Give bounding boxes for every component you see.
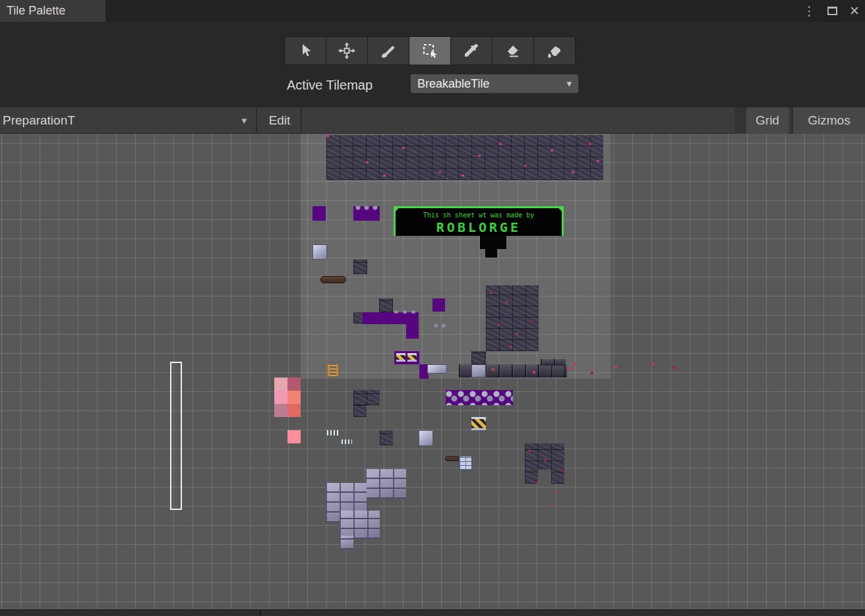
eraser-icon [504, 42, 522, 59]
pink-tile-cell[interactable] [287, 391, 301, 404]
tile-black[interactable] [485, 248, 497, 258]
banner-line2: ROBLORGE [396, 219, 562, 235]
tile-plate[interactable] [471, 364, 486, 378]
menu-kebab-icon[interactable]: ⋮ [803, 5, 816, 17]
select-cursor-icon [297, 42, 314, 59]
tile-stonebrick[interactable] [340, 511, 380, 539]
close-icon[interactable]: ✕ [849, 5, 860, 17]
gizmos-button[interactable]: Gizmos [791, 107, 865, 134]
tile-black[interactable] [480, 235, 506, 249]
pink-tile-cell[interactable] [287, 378, 301, 391]
tile-stonebrick[interactable] [340, 536, 354, 549]
active-tilemap-row: Active Tilemap BreakableTile ▾ [0, 72, 865, 99]
maximize-icon[interactable] [827, 7, 837, 15]
title-bar: Tile Palette ⋮ ✕ [0, 0, 865, 22]
tile-tiledark[interactable] [471, 351, 486, 364]
tile-purple[interactable] [406, 324, 419, 339]
pink-tile-cell[interactable] [287, 404, 301, 417]
tile-stonelight[interactable] [427, 364, 447, 374]
tile-hazard[interactable] [471, 417, 486, 430]
paint-bucket-icon [546, 42, 563, 59]
paint-brush-tool-button[interactable] [368, 37, 409, 65]
tile-tiledark[interactable] [380, 430, 393, 445]
tile-bricksmall[interactable] [459, 456, 472, 470]
tile-tiledark[interactable] [353, 405, 367, 417]
box-fill-tool-button[interactable] [409, 37, 451, 65]
tile-pinkgrid[interactable] [274, 378, 301, 417]
palette-dropdown-value: PreparationT [3, 113, 75, 128]
bottom-bar [0, 609, 865, 616]
tile-brickstrip[interactable] [326, 135, 603, 180]
banner-line1: This sh sheet wt was made by [396, 211, 562, 219]
tile-bigdarknotch[interactable] [525, 443, 564, 484]
grid-button[interactable]: Grid [746, 107, 789, 134]
palette-canvas[interactable]: This sh sheet wt was made byROBLORGE [0, 134, 865, 609]
eyedropper-icon [463, 42, 480, 59]
tile-stonebrick[interactable] [365, 469, 406, 499]
tile-outline [170, 362, 182, 510]
palette-bar: PreparationT ▾ Edit Grid Gizmos [0, 107, 865, 134]
tile-tiledark[interactable] [379, 298, 393, 312]
window-title: Tile Palette [7, 4, 65, 18]
palette-bar-notch [734, 107, 746, 134]
pink-tile-cell[interactable] [274, 404, 287, 417]
tile-tiledark[interactable] [353, 312, 363, 323]
tile-stonelight[interactable] [313, 244, 327, 260]
tile-purple[interactable] [313, 206, 326, 221]
tile-tiledark[interactable] [353, 260, 367, 274]
box-select-icon [421, 42, 438, 59]
tile-banner[interactable]: This sh sheet wt was made byROBLORGE [394, 206, 564, 236]
tile-hazard[interactable] [396, 353, 405, 362]
edit-button[interactable]: Edit [258, 107, 302, 134]
tile-purplebumps[interactable] [353, 206, 380, 221]
move-arrows-icon [338, 42, 355, 59]
pink-tile-cell[interactable] [274, 391, 287, 404]
tile-palette-window: Tile Palette ⋮ ✕ [0, 0, 865, 616]
tilemap-dropdown[interactable]: BreakableTile ▾ [410, 74, 579, 94]
chevron-down-icon: ▾ [241, 115, 247, 126]
active-tilemap-label: Active Tilemap [287, 78, 373, 93]
pink-tile-cell[interactable] [274, 378, 287, 391]
select-tool-button[interactable] [285, 37, 326, 65]
tile-ladder[interactable] [328, 364, 338, 376]
window-controls: ⋮ ✕ [803, 0, 860, 22]
tile-purple[interactable] [432, 298, 445, 312]
tile-pstrip[interactable] [363, 312, 419, 324]
paint-brush-icon [380, 42, 397, 59]
tile-brown[interactable] [320, 276, 346, 283]
tile-drip[interactable] [327, 430, 340, 435]
eraser-tool-button[interactable] [492, 37, 534, 65]
move-tool-button[interactable] [326, 37, 368, 65]
flood-fill-tool-button[interactable] [534, 37, 575, 65]
tile-drip[interactable] [342, 439, 352, 444]
tab-tile-palette[interactable]: Tile Palette [0, 0, 105, 22]
tile-stonelight[interactable] [419, 430, 433, 446]
palette-dropdown[interactable]: PreparationT ▾ [0, 107, 257, 134]
tile-hazard[interactable] [407, 353, 417, 362]
chevron-down-icon: ▾ [566, 78, 572, 90]
tool-zone: Active Tilemap BreakableTile ▾ [0, 22, 865, 107]
tilemap-dropdown-value: BreakableTile [417, 77, 489, 91]
tile-pinksingle[interactable] [287, 430, 301, 443]
tile-rubble[interactable] [446, 390, 513, 405]
bottom-bar-divider [260, 610, 261, 616]
tile-brown[interactable] [445, 456, 460, 461]
tile-rowdark[interactable] [541, 359, 566, 366]
tile-notch [538, 470, 551, 484]
tool-strip [284, 36, 576, 65]
tile-bigdark[interactable] [486, 285, 539, 351]
tile-picker-tool-button[interactable] [451, 37, 492, 65]
tile-tiledark[interactable] [353, 390, 380, 405]
